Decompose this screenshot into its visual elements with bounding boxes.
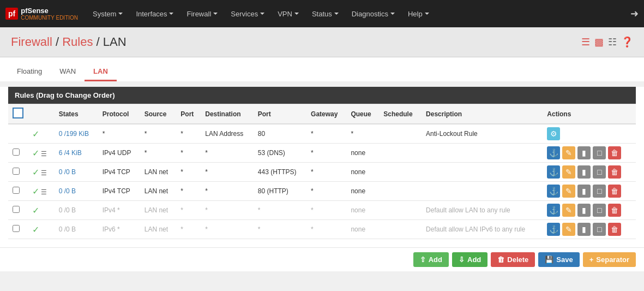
row-checkbox[interactable] — [13, 206, 20, 213]
tab-lan-link[interactable]: LAN — [85, 63, 117, 81]
nav-item-diagnostics[interactable]: Diagnostics — [345, 0, 401, 27]
anchor-icon[interactable]: ⚓ — [547, 185, 560, 198]
edit-icon[interactable]: ✎ — [562, 204, 575, 217]
nav-link-services[interactable]: Services — [224, 0, 271, 27]
edit-icon[interactable]: ✎ — [562, 185, 575, 198]
copy-icon[interactable]: ▮ — [577, 204, 591, 217]
row-checkbox-cell[interactable] — [8, 144, 28, 163]
row-source: * — [140, 144, 177, 163]
disable-icon[interactable]: □ — [593, 223, 606, 236]
nav-link-firewall[interactable]: Firewall — [180, 0, 224, 27]
table-row: ✓0 /0 BIPv6 *LAN net****noneDefault allo… — [8, 220, 636, 239]
delete-icon[interactable]: 🗑 — [608, 204, 621, 217]
disable-icon[interactable]: □ — [593, 146, 606, 159]
add-up-button[interactable]: ⇧ Add — [413, 252, 449, 267]
bottom-bar: ⇧ Add ⇩ Add 🗑 Delete 💾 Save + Separator — [0, 247, 644, 271]
nav-item-help[interactable]: Help — [401, 0, 436, 27]
row-description: Anti-Lockout Rule — [422, 124, 543, 144]
separator-button[interactable]: + Separator — [583, 252, 636, 267]
nav-item-services[interactable]: Services — [224, 0, 271, 27]
row-checkbox[interactable] — [13, 168, 20, 175]
nav-link-interfaces[interactable]: Interfaces — [129, 0, 180, 27]
row-port_src: * — [176, 144, 201, 163]
row-queue: none — [346, 201, 379, 220]
row-port_dst: * — [254, 220, 306, 239]
help-icon[interactable]: ❓ — [621, 36, 633, 48]
nav-item-status[interactable]: Status — [305, 0, 345, 27]
nav-item-vpn[interactable]: VPN — [271, 0, 305, 27]
row-checkbox-cell[interactable] — [8, 201, 28, 220]
col-port-dst: Port — [254, 104, 306, 124]
tab-floating-link[interactable]: Floating — [8, 63, 51, 81]
logout-icon[interactable]: ➜ — [630, 8, 639, 20]
anchor-icon[interactable]: ⚓ — [547, 165, 560, 179]
action-icons: ⚓✎▮□🗑 — [547, 146, 631, 159]
breadcrumb-firewall[interactable]: Firewall — [11, 35, 52, 49]
row-checkbox-cell[interactable] — [8, 182, 28, 201]
caret-icon — [425, 13, 429, 15]
caret-icon — [260, 13, 264, 15]
breadcrumb-rules[interactable]: Rules — [62, 35, 93, 49]
delete-icon[interactable]: 🗑 — [608, 185, 621, 198]
row-destination: * — [201, 144, 254, 163]
table-row: ✓0 /0 BIPv4 *LAN net****noneDefault allo… — [8, 201, 636, 220]
copy-icon[interactable]: ▮ — [577, 165, 591, 179]
nav-link-vpn[interactable]: VPN — [271, 0, 305, 27]
gear-icon[interactable]: ⚙ — [547, 127, 560, 140]
nav-item-system[interactable]: System — [86, 0, 129, 27]
row-actions-cell: ⚓✎▮□🗑 — [543, 163, 636, 182]
disable-icon[interactable]: □ — [593, 165, 606, 179]
tab-wan-link[interactable]: WAN — [51, 63, 85, 81]
nav-link-help[interactable]: Help — [401, 0, 436, 27]
anchor-icon[interactable]: ⚓ — [547, 223, 560, 236]
edit-icon[interactable]: ✎ — [562, 223, 575, 236]
row-schedule — [379, 182, 422, 201]
nav-item-interfaces[interactable]: Interfaces — [129, 0, 180, 27]
col-description: Description — [422, 104, 543, 124]
sliders-icon[interactable]: ☰ — [581, 36, 590, 48]
list-icon[interactable]: ☷ — [608, 36, 617, 48]
disable-icon[interactable]: □ — [593, 204, 606, 217]
brand-name: pfSense — [21, 7, 78, 15]
tab-wan[interactable]: WAN — [51, 63, 85, 81]
col-status — [28, 104, 55, 124]
edit-icon[interactable]: ✎ — [562, 165, 575, 179]
select-all-checkbox[interactable] — [13, 108, 23, 118]
row-status-cell: ✓ ☰ — [28, 144, 55, 163]
nav-link-status[interactable]: Status — [305, 0, 345, 27]
select-all-header[interactable] — [8, 104, 28, 124]
copy-icon[interactable]: ▮ — [577, 223, 591, 236]
row-states: 0 /199 KiB — [55, 124, 98, 144]
save-button[interactable]: 💾 Save — [538, 252, 579, 267]
nav-link-diagnostics[interactable]: Diagnostics — [345, 0, 401, 27]
nav-item-firewall[interactable]: Firewall — [180, 0, 224, 27]
row-states: 0 /0 B — [55, 182, 98, 201]
plus-icon: + — [589, 256, 594, 264]
copy-icon[interactable]: ▮ — [577, 146, 591, 159]
row-checkbox-cell[interactable] — [8, 163, 28, 182]
delete-button[interactable]: 🗑 Delete — [491, 252, 535, 267]
delete-icon[interactable]: 🗑 — [608, 165, 621, 179]
row-port_src: * — [176, 124, 201, 144]
row-checkbox[interactable] — [13, 149, 20, 156]
table-row: ✓ ☰6 /4 KiBIPv4 UDP***53 (DNS)*none⚓✎▮□🗑 — [8, 144, 636, 163]
row-port_dst: 443 (HTTPS) — [254, 163, 306, 182]
delete-icon[interactable]: 🗑 — [608, 223, 621, 236]
anchor-icon[interactable]: ⚓ — [547, 204, 560, 217]
nav-link-system[interactable]: System — [86, 0, 129, 27]
action-icons: ⚙ — [547, 127, 631, 140]
tab-floating[interactable]: Floating — [8, 63, 51, 81]
copy-icon[interactable]: ▮ — [577, 185, 591, 198]
delete-icon[interactable]: 🗑 — [608, 146, 621, 159]
add-down-button[interactable]: ⇩ Add — [452, 252, 487, 267]
row-queue: none — [346, 163, 379, 182]
row-checkbox[interactable] — [13, 187, 20, 194]
anchor-icon[interactable]: ⚓ — [547, 146, 560, 159]
tab-lan[interactable]: LAN — [85, 63, 117, 81]
row-checkbox-cell[interactable] — [8, 220, 28, 239]
row-queue: none — [346, 144, 379, 163]
edit-icon[interactable]: ✎ — [562, 146, 575, 159]
row-checkbox[interactable] — [13, 225, 20, 232]
chart-icon[interactable]: ▩ — [594, 36, 604, 48]
disable-icon[interactable]: □ — [593, 185, 606, 198]
